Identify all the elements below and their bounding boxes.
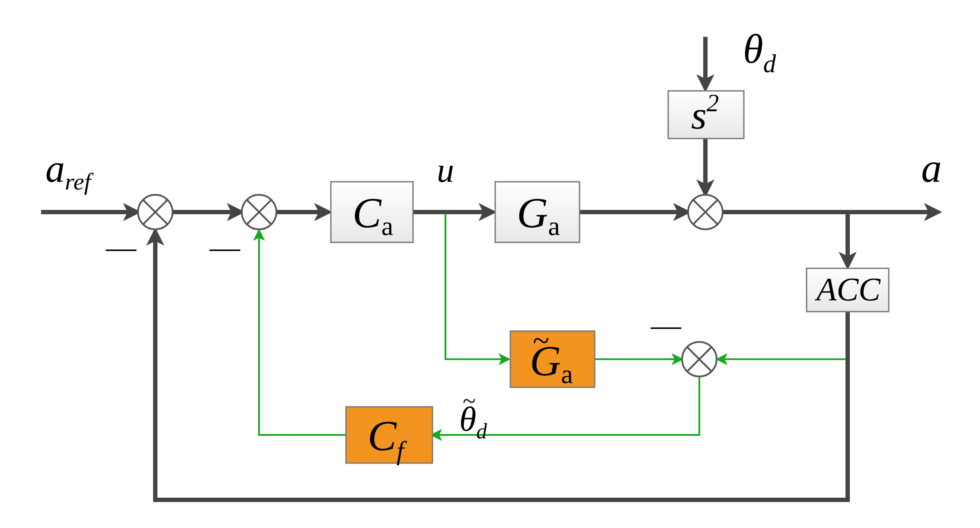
label-aref: aref bbox=[45, 147, 93, 195]
block-feedforward-cf: Cf bbox=[346, 407, 432, 465]
minus-estimation: — bbox=[650, 309, 682, 342]
summing-junction-outer bbox=[138, 195, 173, 229]
label-theta-d: θd bbox=[743, 26, 776, 78]
svg-text:ACC: ACC bbox=[814, 271, 881, 307]
summing-junction-inner bbox=[242, 195, 276, 229]
summing-junction-estimation bbox=[682, 342, 717, 377]
label-u: u bbox=[437, 151, 454, 189]
svg-text:θd: θd bbox=[459, 400, 487, 443]
block-plant-ga: Ga bbox=[495, 182, 580, 242]
label-theta-d-tilde: ~ θd bbox=[459, 388, 487, 443]
block-diagram: s2 Ca Ga ACC ~ Ga Cf aref u a θd ~ θd — … bbox=[0, 0, 980, 528]
block-plant-model-gtilde: ~ Ga bbox=[510, 324, 595, 389]
block-s-squared: s2 bbox=[668, 89, 744, 138]
svg-text:θd: θd bbox=[743, 26, 776, 78]
line-cf-to-sum2 bbox=[259, 231, 346, 435]
minus-inner: — bbox=[209, 231, 240, 264]
block-sensor-acc: ACC bbox=[807, 268, 889, 312]
summing-junction-disturbance bbox=[688, 195, 723, 229]
label-a-output: a bbox=[921, 145, 942, 191]
block-controller-ca: Ca bbox=[331, 182, 413, 242]
minus-outer: — bbox=[106, 231, 137, 264]
